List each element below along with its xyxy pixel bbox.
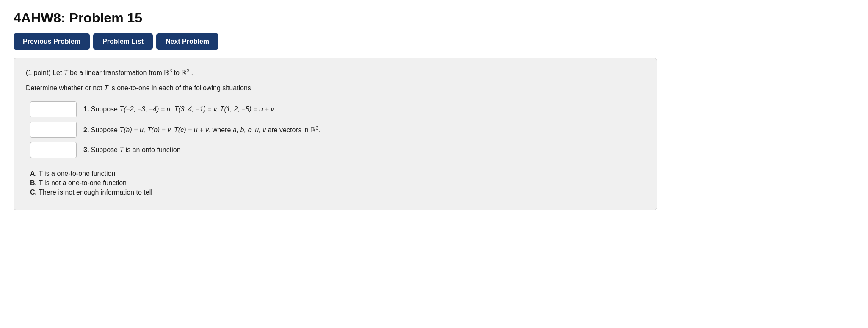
page-title: 4AHW8: Problem 15 <box>14 10 854 26</box>
situation-row-1: 1. Suppose T(−2, −3, −4) = u, T(3, 4, −1… <box>30 101 645 117</box>
choice-a: A. T is a one-to-one function <box>30 170 645 178</box>
situation-text-2: 2. Suppose T(a) = u, T(b) = v, T(c) = u … <box>83 126 320 134</box>
problem-question: Determine whether or not T is one-to-one… <box>26 84 645 92</box>
choice-c: C. There is not enough information to te… <box>30 189 645 196</box>
situation-text-1: 1. Suppose T(−2, −3, −4) = u, T(3, 4, −1… <box>83 106 276 113</box>
situation-row-2: 2. Suppose T(a) = u, T(b) = v, T(c) = u … <box>30 122 645 138</box>
navigation-buttons: Previous Problem Problem List Next Probl… <box>14 33 854 50</box>
problem-container: (1 point) Let T be a linear transformati… <box>14 58 657 210</box>
answer-input-3[interactable] <box>30 142 77 158</box>
next-problem-button[interactable]: Next Problem <box>156 33 218 50</box>
situation-row-3: 3. Suppose T is an onto function <box>30 142 645 158</box>
problem-list-button[interactable]: Problem List <box>93 33 153 50</box>
choice-b: B. T is not a one-to-one function <box>30 179 645 187</box>
situation-text-3: 3. Suppose T is an onto function <box>83 146 181 154</box>
answer-input-1[interactable] <box>30 101 77 117</box>
answer-choices: A. T is a one-to-one function B. T is no… <box>30 170 645 196</box>
answer-input-2[interactable] <box>30 122 77 138</box>
situations-list: 1. Suppose T(−2, −3, −4) = u, T(3, 4, −1… <box>30 101 645 158</box>
previous-problem-button[interactable]: Previous Problem <box>14 33 90 50</box>
problem-intro: (1 point) Let T be a linear transformati… <box>26 69 645 77</box>
